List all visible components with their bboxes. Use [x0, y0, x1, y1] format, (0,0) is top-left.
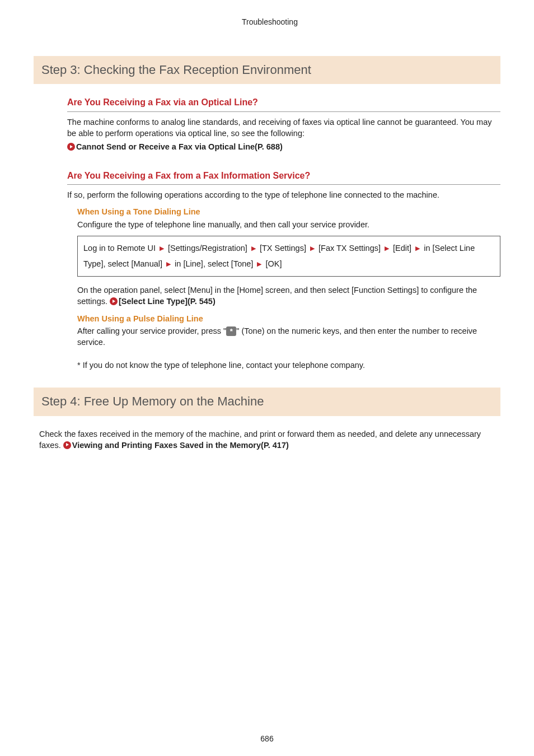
tone-block: When Using a Tone Dialing Line Configure… — [67, 206, 500, 348]
proc-a: Log in to Remote UI — [83, 244, 156, 253]
step3-q1-text: The machine conforms to analog line stan… — [67, 116, 500, 139]
pulse-p1a: After calling your service provider, pre… — [77, 326, 226, 335]
pulse-heading: When Using a Pulse Dialing Line — [77, 313, 500, 324]
tone-heading: When Using a Tone Dialing Line — [77, 206, 500, 217]
step3-q2-section: Are You Receiving a Fax from a Fax Infor… — [39, 170, 500, 371]
step3-q1-section: Are You Receiving a Fax via an Optical L… — [39, 96, 500, 152]
arrow-icon: ▶ — [415, 245, 420, 251]
arrow-icon: ▶ — [166, 260, 171, 267]
play-icon — [63, 441, 71, 449]
step3-title-bar: Step 3: Checking the Fax Reception Envir… — [34, 56, 500, 85]
arrow-icon: ▶ — [385, 245, 389, 251]
pulse-p1: After calling your service provider, pre… — [77, 325, 500, 348]
procedure-box: Log in to Remote UI ▶ [Settings/Registra… — [77, 236, 500, 277]
step3-q2-text: If so, perform the following operations … — [67, 189, 500, 200]
step3-q1-link[interactable]: Cannot Send or Receive a Fax via Optical… — [76, 142, 283, 151]
proc-c: [TX Settings] — [260, 244, 306, 253]
step3-note: * If you do not know the type of telepho… — [67, 360, 500, 371]
tone-p2: On the operation panel, select [Menu] in… — [77, 284, 500, 307]
proc-g: in [Line], select [Tone] — [175, 259, 253, 268]
step3-q2-heading: Are You Receiving a Fax from a Fax Infor… — [67, 170, 500, 185]
play-icon — [110, 297, 118, 305]
asterisk-key-icon: * — [226, 326, 236, 336]
play-icon — [67, 143, 75, 151]
step4-text: Check the faxes received in the memory o… — [39, 428, 500, 451]
arrow-icon: ▶ — [310, 245, 315, 251]
tone-p2-link[interactable]: [Select Line Type](P. 545) — [119, 297, 216, 306]
arrow-icon: ▶ — [257, 260, 261, 267]
doc-section-header: Troubleshooting — [39, 17, 500, 28]
proc-e: [Edit] — [393, 244, 411, 253]
proc-d: [Fax TX Settings] — [318, 244, 381, 253]
proc-b: [Settings/Registration] — [168, 244, 247, 253]
step4-title-bar: Step 4: Free Up Memory on the Machine — [34, 388, 500, 416]
step3-q1-link-line: Cannot Send or Receive a Fax via Optical… — [67, 141, 500, 152]
step4-link[interactable]: Viewing and Printing Faxes Saved in the … — [72, 441, 289, 450]
arrow-icon: ▶ — [160, 245, 164, 251]
tone-p1: Configure the type of telephone line man… — [77, 219, 500, 230]
step3-q1-heading: Are You Receiving a Fax via an Optical L… — [67, 96, 500, 111]
arrow-icon: ▶ — [251, 245, 256, 251]
proc-h: [OK] — [265, 259, 282, 268]
